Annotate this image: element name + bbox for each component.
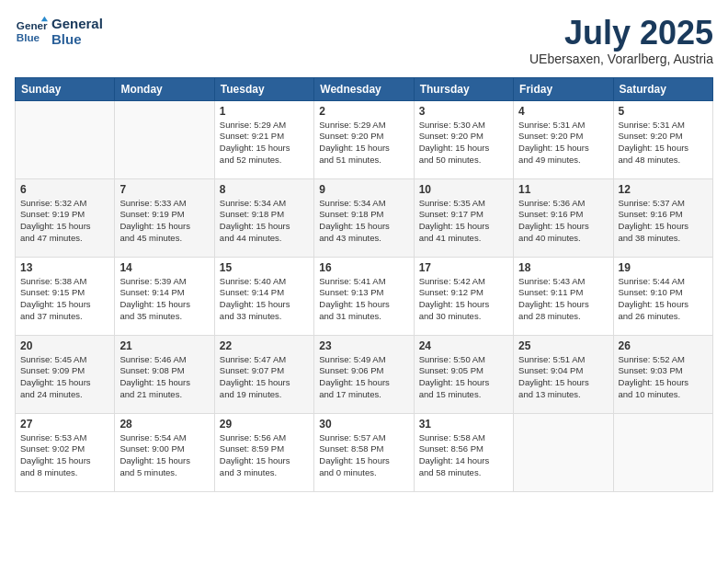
- day-number: 8: [220, 183, 309, 196]
- weekday-header-wednesday: Wednesday: [314, 77, 414, 100]
- day-number: 19: [619, 261, 708, 274]
- day-number: 13: [20, 261, 109, 274]
- page-header: General Blue General Blue July 2025 UEbe…: [15, 15, 713, 66]
- calendar-cell: 27Sunrise: 5:53 AM Sunset: 9:02 PM Dayli…: [16, 413, 115, 491]
- day-info: Sunrise: 5:33 AM Sunset: 9:19 PM Dayligh…: [119, 198, 209, 245]
- day-info: Sunrise: 5:31 AM Sunset: 9:20 PM Dayligh…: [619, 120, 708, 167]
- day-number: 9: [319, 183, 408, 196]
- month-title: July 2025: [529, 15, 713, 52]
- weekday-header-friday: Friday: [514, 77, 613, 100]
- day-number: 28: [119, 418, 209, 431]
- calendar-week-row: 13Sunrise: 5:38 AM Sunset: 9:15 PM Dayli…: [16, 257, 713, 335]
- day-number: 2: [319, 105, 408, 118]
- calendar-cell: 30Sunrise: 5:57 AM Sunset: 8:58 PM Dayli…: [314, 413, 414, 491]
- day-number: 30: [319, 418, 408, 431]
- weekday-header-saturday: Saturday: [613, 77, 712, 100]
- day-info: Sunrise: 5:58 AM Sunset: 8:56 PM Dayligh…: [419, 432, 508, 479]
- day-number: 1: [220, 105, 309, 118]
- weekday-header-thursday: Thursday: [414, 77, 513, 100]
- calendar-cell: 18Sunrise: 5:43 AM Sunset: 9:11 PM Dayli…: [514, 257, 613, 335]
- weekday-header-monday: Monday: [115, 77, 214, 100]
- day-number: 29: [220, 418, 309, 431]
- day-info: Sunrise: 5:41 AM Sunset: 9:13 PM Dayligh…: [319, 276, 408, 323]
- day-info: Sunrise: 5:44 AM Sunset: 9:10 PM Dayligh…: [619, 276, 708, 323]
- day-number: 7: [119, 183, 209, 196]
- day-number: 10: [419, 183, 508, 196]
- calendar-cell: 16Sunrise: 5:41 AM Sunset: 9:13 PM Dayli…: [314, 257, 414, 335]
- day-info: Sunrise: 5:50 AM Sunset: 9:05 PM Dayligh…: [419, 354, 508, 401]
- day-info: Sunrise: 5:57 AM Sunset: 8:58 PM Dayligh…: [319, 432, 408, 479]
- location-subtitle: UEbersaxen, Vorarlberg, Austria: [529, 52, 713, 66]
- calendar-cell: 23Sunrise: 5:49 AM Sunset: 9:06 PM Dayli…: [314, 335, 414, 413]
- weekday-header-tuesday: Tuesday: [214, 77, 313, 100]
- title-area: July 2025 UEbersaxen, Vorarlberg, Austri…: [529, 15, 713, 66]
- day-info: Sunrise: 5:46 AM Sunset: 9:08 PM Dayligh…: [119, 354, 209, 401]
- day-info: Sunrise: 5:29 AM Sunset: 9:21 PM Dayligh…: [220, 120, 309, 167]
- calendar-cell: 12Sunrise: 5:37 AM Sunset: 9:16 PM Dayli…: [613, 178, 712, 257]
- day-info: Sunrise: 5:34 AM Sunset: 9:18 PM Dayligh…: [220, 198, 309, 245]
- day-number: 16: [319, 261, 408, 274]
- day-number: 6: [20, 183, 109, 196]
- calendar-cell: 31Sunrise: 5:58 AM Sunset: 8:56 PM Dayli…: [414, 413, 513, 491]
- day-info: Sunrise: 5:34 AM Sunset: 9:18 PM Dayligh…: [319, 198, 408, 245]
- day-number: 5: [619, 105, 708, 118]
- calendar-table: SundayMondayTuesdayWednesdayThursdayFrid…: [15, 77, 713, 492]
- day-info: Sunrise: 5:32 AM Sunset: 9:19 PM Dayligh…: [20, 198, 109, 245]
- calendar-cell: 6Sunrise: 5:32 AM Sunset: 9:19 PM Daylig…: [16, 178, 115, 257]
- day-info: Sunrise: 5:52 AM Sunset: 9:03 PM Dayligh…: [619, 354, 708, 401]
- day-number: 20: [20, 339, 109, 352]
- day-info: Sunrise: 5:39 AM Sunset: 9:14 PM Dayligh…: [119, 276, 209, 323]
- day-number: 23: [319, 339, 408, 352]
- day-number: 12: [619, 183, 708, 196]
- calendar-week-row: 6Sunrise: 5:32 AM Sunset: 9:19 PM Daylig…: [16, 178, 713, 257]
- calendar-week-row: 20Sunrise: 5:45 AM Sunset: 9:09 PM Dayli…: [16, 335, 713, 413]
- day-info: Sunrise: 5:37 AM Sunset: 9:16 PM Dayligh…: [619, 198, 708, 245]
- day-info: Sunrise: 5:36 AM Sunset: 9:16 PM Dayligh…: [518, 198, 608, 245]
- day-info: Sunrise: 5:51 AM Sunset: 9:04 PM Dayligh…: [518, 354, 608, 401]
- day-info: Sunrise: 5:49 AM Sunset: 9:06 PM Dayligh…: [319, 354, 408, 401]
- day-info: Sunrise: 5:54 AM Sunset: 9:00 PM Dayligh…: [119, 432, 209, 479]
- day-info: Sunrise: 5:30 AM Sunset: 9:20 PM Dayligh…: [419, 120, 508, 167]
- day-info: Sunrise: 5:35 AM Sunset: 9:17 PM Dayligh…: [419, 198, 508, 245]
- day-number: 25: [518, 339, 608, 352]
- day-number: 11: [518, 183, 608, 196]
- day-info: Sunrise: 5:56 AM Sunset: 8:59 PM Dayligh…: [220, 432, 309, 479]
- calendar-cell: 24Sunrise: 5:50 AM Sunset: 9:05 PM Dayli…: [414, 335, 513, 413]
- calendar-cell: 2Sunrise: 5:29 AM Sunset: 9:20 PM Daylig…: [314, 100, 414, 178]
- day-number: 4: [518, 105, 608, 118]
- calendar-cell: 28Sunrise: 5:54 AM Sunset: 9:00 PM Dayli…: [115, 413, 214, 491]
- day-info: Sunrise: 5:53 AM Sunset: 9:02 PM Dayligh…: [20, 432, 109, 479]
- day-number: 14: [119, 261, 209, 274]
- day-info: Sunrise: 5:43 AM Sunset: 9:11 PM Dayligh…: [518, 276, 608, 323]
- day-info: Sunrise: 5:40 AM Sunset: 9:14 PM Dayligh…: [220, 276, 309, 323]
- svg-text:Blue: Blue: [17, 31, 40, 43]
- calendar-cell: 13Sunrise: 5:38 AM Sunset: 9:15 PM Dayli…: [16, 257, 115, 335]
- day-info: Sunrise: 5:38 AM Sunset: 9:15 PM Dayligh…: [20, 276, 109, 323]
- calendar-cell: 3Sunrise: 5:30 AM Sunset: 9:20 PM Daylig…: [414, 100, 513, 178]
- weekday-header-sunday: Sunday: [16, 77, 115, 100]
- calendar-cell: 29Sunrise: 5:56 AM Sunset: 8:59 PM Dayli…: [214, 413, 313, 491]
- calendar-week-row: 27Sunrise: 5:53 AM Sunset: 9:02 PM Dayli…: [16, 413, 713, 491]
- calendar-cell: 8Sunrise: 5:34 AM Sunset: 9:18 PM Daylig…: [214, 178, 313, 257]
- day-number: 26: [619, 339, 708, 352]
- day-info: Sunrise: 5:29 AM Sunset: 9:20 PM Dayligh…: [319, 120, 408, 167]
- calendar-cell: 14Sunrise: 5:39 AM Sunset: 9:14 PM Dayli…: [115, 257, 214, 335]
- logo-text-general: General: [51, 16, 103, 31]
- day-number: 27: [20, 418, 109, 431]
- day-info: Sunrise: 5:45 AM Sunset: 9:09 PM Dayligh…: [20, 354, 109, 401]
- day-number: 24: [419, 339, 508, 352]
- logo-icon: General Blue: [15, 15, 48, 48]
- calendar-cell: 5Sunrise: 5:31 AM Sunset: 9:20 PM Daylig…: [613, 100, 712, 178]
- calendar-cell: 9Sunrise: 5:34 AM Sunset: 9:18 PM Daylig…: [314, 178, 414, 257]
- logo-text-blue: Blue: [51, 31, 103, 47]
- calendar-cell: 21Sunrise: 5:46 AM Sunset: 9:08 PM Dayli…: [115, 335, 214, 413]
- calendar-cell: 19Sunrise: 5:44 AM Sunset: 9:10 PM Dayli…: [613, 257, 712, 335]
- day-info: Sunrise: 5:31 AM Sunset: 9:20 PM Dayligh…: [518, 120, 608, 167]
- day-number: 15: [220, 261, 309, 274]
- day-number: 31: [419, 418, 508, 431]
- calendar-cell: 10Sunrise: 5:35 AM Sunset: 9:17 PM Dayli…: [414, 178, 513, 257]
- calendar-cell: 22Sunrise: 5:47 AM Sunset: 9:07 PM Dayli…: [214, 335, 313, 413]
- calendar-cell: 11Sunrise: 5:36 AM Sunset: 9:16 PM Dayli…: [514, 178, 613, 257]
- day-info: Sunrise: 5:42 AM Sunset: 9:12 PM Dayligh…: [419, 276, 508, 323]
- calendar-cell: 26Sunrise: 5:52 AM Sunset: 9:03 PM Dayli…: [613, 335, 712, 413]
